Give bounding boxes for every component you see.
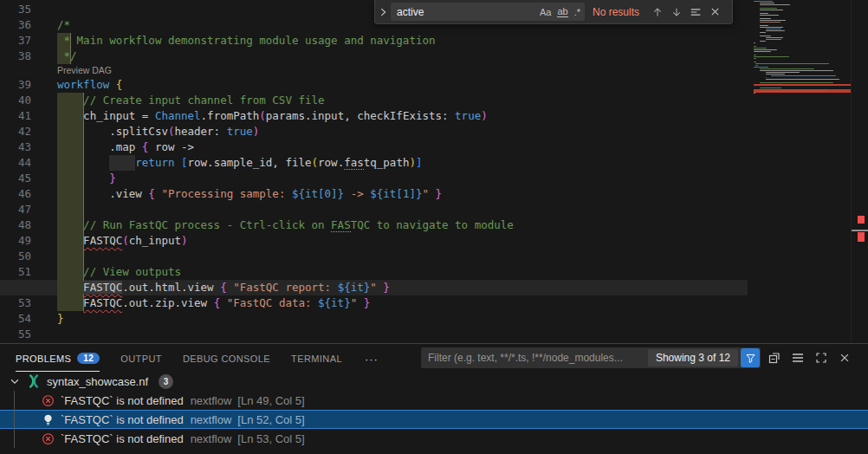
code-token: FASTQC: [83, 234, 122, 247]
code-line[interactable]: workflow {: [57, 77, 748, 93]
more-tabs-button[interactable]: ···: [365, 345, 379, 372]
line-number[interactable]: 41: [0, 108, 57, 124]
line-number[interactable]: 53: [0, 295, 57, 311]
problem-row[interactable]: `FASTQC` is not defined nextflow [Ln 53,…: [0, 429, 868, 448]
code-editor[interactable]: 3536373839404142434445464748495051525354…: [0, 0, 868, 342]
code-token: (: [259, 109, 266, 122]
code-line[interactable]: .map { row ->: [57, 139, 748, 155]
lightbulb-icon[interactable]: [42, 413, 55, 426]
code-token: .splitCsv: [57, 125, 168, 138]
tab-debug-console[interactable]: DEBUG CONSOLE: [183, 345, 270, 372]
line-number[interactable]: 38: [0, 49, 57, 64]
code-line[interactable]: FASTQC.out.html.view { "FastQC report: $…: [57, 280, 748, 295]
line-number[interactable]: 46: [0, 186, 57, 202]
problem-row-selected[interactable]: `FASTQC` is not defined nextflow [Ln 52,…: [0, 410, 868, 429]
code-token: * Main workflow demonstrating module usa…: [57, 34, 436, 47]
overview-ruler[interactable]: [851, 0, 868, 342]
code-token: FAS: [331, 218, 351, 232]
line-number[interactable]: 50: [0, 249, 57, 264]
find-input[interactable]: [397, 6, 534, 18]
tab-output[interactable]: OUTPUT: [120, 345, 162, 372]
code-line[interactable]: // Run FastQC process - Ctrl-click on FA…: [57, 217, 748, 233]
problems-file-row[interactable]: syntax_showcase.nf 3: [0, 372, 868, 391]
code-line[interactable]: */: [57, 49, 748, 64]
line-number[interactable]: 36: [0, 17, 57, 33]
code-token: ${it[1]}: [370, 187, 422, 200]
code-line[interactable]: ch_input = Channel.fromPath(params.input…: [57, 108, 748, 124]
code-line[interactable]: return [row.sample_id, file(row.fastq_pa…: [57, 155, 748, 171]
find-input-box[interactable]: Aa ab .*: [391, 3, 585, 21]
code-token: .view: [57, 187, 148, 200]
code-token: [357, 296, 364, 309]
close-find-button[interactable]: [705, 6, 724, 17]
problems-filter-box[interactable]: Showing 3 of 12: [421, 347, 761, 368]
filter-funnel-button[interactable]: [741, 348, 760, 367]
match-case-icon[interactable]: Aa: [540, 7, 551, 17]
code-line[interactable]: FASTQC.out.zip.view { "FastQC data: ${it…: [57, 295, 748, 311]
line-number[interactable]: 40: [0, 93, 57, 108]
code-token: }: [436, 187, 443, 200]
code-line[interactable]: * Main workflow demonstrating module usa…: [57, 33, 748, 49]
code-token: "FastQC report:: [233, 281, 337, 294]
code-line[interactable]: [57, 327, 748, 342]
line-number[interactable]: 54: [0, 311, 57, 327]
close-icon: [839, 352, 851, 364]
previous-match-button[interactable]: [648, 6, 667, 18]
tab-label: PROBLEMS: [16, 353, 71, 364]
minimap-error-line: [754, 84, 851, 86]
code-token: row.sample_id, file: [188, 156, 312, 169]
line-number[interactable]: 43: [0, 139, 57, 155]
problem-message: `FASTQC` is not defined: [61, 413, 184, 426]
code-token: (: [312, 156, 319, 169]
line-number[interactable]: 35: [0, 2, 57, 17]
code-line[interactable]: [57, 249, 748, 264]
line-number[interactable]: 37: [0, 33, 57, 49]
view-as-table-button[interactable]: [790, 350, 806, 366]
regex-icon[interactable]: .*: [574, 7, 580, 17]
maximize-panel-button[interactable]: [813, 350, 829, 366]
chevron-down-icon[interactable]: [9, 375, 21, 387]
toggle-replace-button[interactable]: [375, 6, 391, 18]
code-token: [57, 156, 135, 169]
code-token: }: [109, 172, 116, 185]
minimap[interactable]: [754, 0, 851, 342]
code-line[interactable]: .view { "Processing sample: ${it[0]} -> …: [57, 186, 748, 202]
line-number[interactable]: 42: [0, 124, 57, 139]
line-number[interactable]: 39: [0, 77, 57, 93]
close-panel-button[interactable]: [837, 350, 852, 366]
code-line[interactable]: }: [57, 311, 748, 327]
code-line[interactable]: FASTQC(ch_input): [57, 233, 748, 249]
next-match-button[interactable]: [667, 6, 686, 18]
tab-label: OUTPUT: [120, 353, 162, 364]
line-number[interactable]: 47: [0, 202, 57, 217]
code-line[interactable]: // View outputs: [57, 264, 748, 280]
code-token: .out.html.view: [122, 281, 220, 294]
line-number[interactable]: 51: [0, 264, 57, 280]
code-line[interactable]: [57, 202, 748, 217]
line-number[interactable]: 49: [0, 233, 57, 249]
find-in-selection-button[interactable]: [686, 6, 705, 18]
line-number[interactable]: 55: [0, 327, 57, 342]
arrow-down-icon: [670, 6, 683, 18]
code-token: ): [481, 109, 488, 122]
line-number[interactable]: 45: [0, 171, 57, 186]
codelens-preview-dag[interactable]: Preview DAG: [57, 64, 748, 77]
collapse-all-button[interactable]: [767, 350, 782, 366]
code-lines[interactable]: /* * Main workflow demonstrating module …: [57, 0, 748, 342]
table-lines-icon: [791, 351, 805, 365]
code-line[interactable]: .splitCsv(header: true): [57, 124, 748, 139]
tab-problems[interactable]: PROBLEMS 12: [16, 345, 100, 372]
line-number[interactable]: 48: [0, 217, 57, 233]
code-token: [57, 296, 83, 309]
panel-actions: [767, 350, 852, 366]
code-line[interactable]: // Create input channel from CSV file: [57, 93, 748, 108]
problems-filter-input[interactable]: [421, 352, 648, 364]
problem-row[interactable]: `FASTQC` is not defined nextflow [Ln 49,…: [0, 391, 868, 410]
code-token: [57, 172, 109, 185]
tab-terminal[interactable]: TERMINAL: [291, 345, 342, 372]
code-token: */: [57, 49, 77, 62]
code-line[interactable]: }: [57, 171, 748, 186]
line-number[interactable]: 44: [0, 155, 57, 171]
code-token: row ->: [148, 140, 194, 153]
whole-word-icon[interactable]: ab: [557, 6, 567, 17]
